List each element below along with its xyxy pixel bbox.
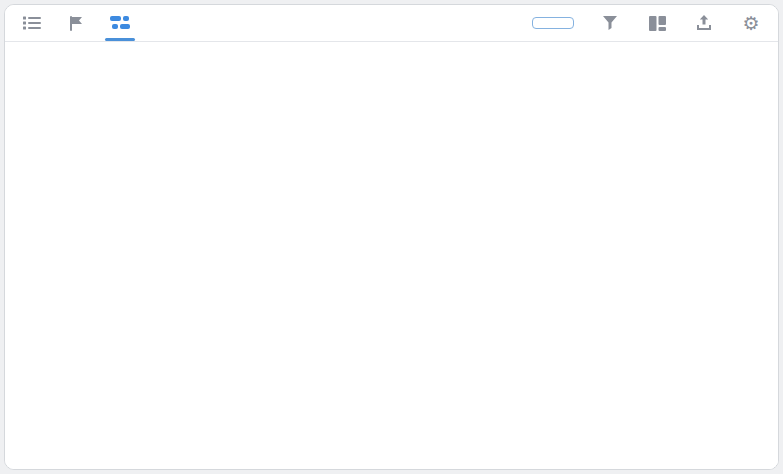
layout-icon[interactable] — [646, 12, 668, 34]
toolbar-actions: ⚙ — [532, 5, 778, 41]
settings-gear-icon[interactable]: ⚙ — [740, 12, 762, 34]
timeline-body — [5, 42, 779, 470]
toolbar: ⚙ — [5, 5, 778, 42]
export-icon[interactable] — [693, 12, 715, 34]
app-window: ⚙ — [4, 4, 779, 470]
list-view-icon[interactable] — [21, 12, 43, 34]
flag-view-icon[interactable] — [65, 12, 87, 34]
active-tab-underline — [105, 38, 135, 41]
add-item-button[interactable] — [532, 17, 574, 29]
view-tabs — [5, 5, 131, 41]
timeline-view-icon[interactable] — [109, 5, 131, 41]
right-gutter — [760, 42, 779, 470]
filter-icon[interactable] — [599, 12, 621, 34]
